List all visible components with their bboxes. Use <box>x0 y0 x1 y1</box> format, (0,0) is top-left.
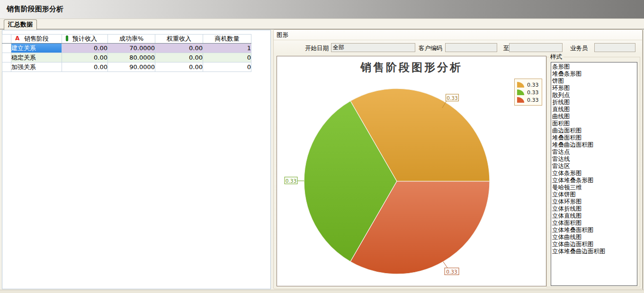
style-group: 样式 条形图 堆叠条形图 饼图 环形图 散列点 折线图 直线图 曲线图 面积图 … <box>546 57 640 287</box>
style-option[interactable]: 立体曲线图 <box>551 233 637 240</box>
green-bar-icon <box>66 36 68 41</box>
style-option[interactable]: 曲线图 <box>551 113 637 120</box>
style-option[interactable]: 饼图 <box>551 77 637 84</box>
cell-weighted-income[interactable]: 0.00 <box>155 53 203 62</box>
row-indicator-header <box>2 35 11 44</box>
style-option[interactable]: 条形图 <box>551 63 637 70</box>
legend-entry: 0.33 <box>517 96 539 104</box>
legend-swatch-orange-icon <box>517 82 524 88</box>
cell-opportunity-count[interactable]: 0 <box>203 62 251 72</box>
legend-entry: 0.33 <box>517 81 539 89</box>
style-option[interactable]: 立体折线图 <box>551 205 637 212</box>
style-option[interactable]: 面积图 <box>551 120 637 127</box>
page-title: 销售阶段图形分析 <box>7 5 63 14</box>
legend-swatch-red-icon <box>517 97 524 103</box>
style-option[interactable]: 堆叠条形图 <box>551 70 637 77</box>
app-window: 销售阶段图形分析 汇总数据 A 销售阶段 <box>0 0 644 293</box>
style-option[interactable]: 雷达点 <box>551 148 637 155</box>
pie-chart-area: 销售阶段图形分析 <box>277 56 546 286</box>
cell-weighted-income[interactable]: 0.00 <box>155 44 203 53</box>
cell-success-rate[interactable]: 90.0000 <box>108 62 155 72</box>
tab-summary-data[interactable]: 汇总数据 <box>4 19 37 30</box>
red-letter-a-icon: A <box>15 35 19 42</box>
cell-expected-income[interactable]: 0.00 <box>62 44 108 53</box>
cell-stage[interactable]: 稳定关系 <box>11 53 62 62</box>
style-option[interactable]: 直线图 <box>551 106 637 113</box>
caption-separator <box>274 40 642 40</box>
pie-chart: 0.33 0.33 0.33 <box>277 56 546 286</box>
style-option[interactable]: 堆叠曲边面积图 <box>551 141 637 148</box>
cell-opportunity-count[interactable]: 1 <box>203 44 251 53</box>
start-date-input[interactable] <box>331 43 415 52</box>
style-option[interactable]: 立体环形图 <box>551 198 637 205</box>
col-header-success-rate[interactable]: 成功率% <box>108 35 155 44</box>
cell-weighted-income[interactable]: 0.00 <box>155 62 203 72</box>
row-indicator[interactable] <box>2 62 11 72</box>
style-option[interactable]: 曲边面积图 <box>551 127 637 134</box>
cell-stage-selected[interactable]: 建立关系 <box>11 44 62 53</box>
cell-stage[interactable]: 加强关系 <box>11 62 62 72</box>
cell-expected-income[interactable]: 0.00 <box>62 62 108 72</box>
slice-label-red: 0.33 <box>446 269 457 275</box>
cell-success-rate[interactable]: 80.0000 <box>108 53 155 62</box>
row-indicator[interactable] <box>2 44 11 53</box>
style-option[interactable]: 立体曲边面积图 <box>551 240 637 248</box>
style-option[interactable]: 立体面积图 <box>551 219 637 226</box>
customer-code-label: 客户编码 <box>419 44 442 53</box>
style-option[interactable]: 堆叠面积图 <box>551 134 637 141</box>
style-option[interactable]: 立体饼图 <box>551 191 637 198</box>
style-option[interactable]: 立体直线图 <box>551 212 637 219</box>
style-option[interactable]: 立体条形图 <box>551 169 637 177</box>
col-header-stage[interactable]: A 销售阶段 <box>11 35 62 44</box>
style-option[interactable]: 立体堆叠条形图 <box>551 177 637 184</box>
salesperson-label: 业务员 <box>570 44 588 53</box>
style-option[interactable]: 立体堆叠面积图 <box>551 226 637 233</box>
slice-label-orange: 0.33 <box>447 95 457 101</box>
table-row[interactable]: 稳定关系 0.00 80.0000 0.00 0 <box>2 53 251 62</box>
cell-opportunity-count[interactable]: 0 <box>203 53 251 62</box>
tab-strip: 汇总数据 <box>0 19 644 29</box>
panel-right-edge <box>643 30 643 290</box>
style-option[interactable]: 环形图 <box>551 84 637 91</box>
salesperson-input[interactable] <box>594 43 635 52</box>
table-row[interactable]: 建立关系 0.00 70.0000 0.00 1 <box>2 44 251 53</box>
summary-table: A 销售阶段 预计收入 成功率% 权重收入 商机数量 建立关系 0.00 <box>2 34 251 72</box>
style-group-caption: 样式 <box>549 53 564 61</box>
customer-code-input[interactable] <box>445 43 497 52</box>
start-date-label: 开始日期 <box>305 44 329 53</box>
cell-expected-income[interactable]: 0.00 <box>62 53 108 62</box>
bottom-strip <box>0 290 644 293</box>
row-indicator[interactable] <box>2 53 11 62</box>
col-header-weighted-income[interactable]: 权重收入 <box>155 35 203 44</box>
label-connector-red <box>443 262 447 268</box>
table-row[interactable]: 加强关系 0.00 90.0000 0.00 0 <box>2 62 251 72</box>
tab-label: 汇总数据 <box>8 21 33 28</box>
style-option[interactable]: 散列点 <box>551 91 637 98</box>
col-header-expected-income[interactable]: 预计收入 <box>62 35 108 44</box>
to-label: 至 <box>503 44 510 53</box>
slice-label-green: 0.33 <box>286 178 296 184</box>
main-content: A 销售阶段 预计收入 成功率% 权重收入 商机数量 建立关系 0.00 <box>0 30 644 290</box>
style-option[interactable]: 折线图 <box>551 98 637 106</box>
legend-entry: 0.33 <box>517 89 539 96</box>
graph-panel: 图形 开始日期 客户编码 至 业务员 销售阶段图形分析 <box>273 29 643 289</box>
style-option[interactable]: 雷达区 <box>551 162 637 169</box>
customer-code-to-input[interactable] <box>509 43 563 52</box>
chart-style-listbox[interactable]: 条形图 堆叠条形图 饼图 环形图 散列点 折线图 直线图 曲线图 面积图 曲边面… <box>551 62 637 286</box>
style-option[interactable]: 曼哈顿三维 <box>551 184 637 191</box>
window-titlebar: 销售阶段图形分析 <box>0 0 644 19</box>
col-header-opportunity-count[interactable]: 商机数量 <box>203 35 251 44</box>
chart-legend: 0.33 0.33 0.33 <box>514 79 542 106</box>
style-option[interactable]: 立体堆叠曲边面积图 <box>551 248 637 255</box>
graph-panel-caption: 图形 <box>277 31 288 39</box>
legend-swatch-green-icon <box>517 89 524 95</box>
cell-success-rate[interactable]: 70.0000 <box>108 44 155 53</box>
table-header-row: A 销售阶段 预计收入 成功率% 权重收入 商机数量 <box>2 35 251 44</box>
style-option[interactable]: 雷达线 <box>551 155 637 162</box>
